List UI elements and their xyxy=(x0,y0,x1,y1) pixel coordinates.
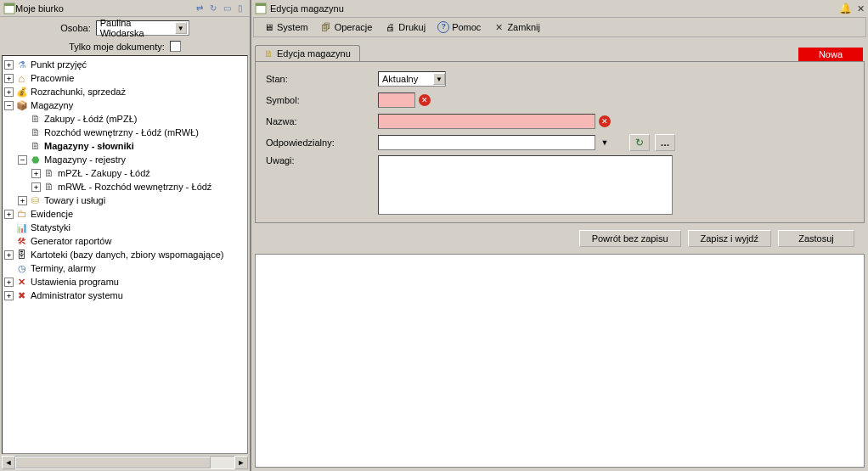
window-icon xyxy=(3,3,15,14)
tree-item[interactable]: Statystyki xyxy=(31,222,70,233)
menu-drukuj[interactable]: Drukuj xyxy=(379,20,431,35)
odpowiedzialny-input[interactable] xyxy=(378,135,595,150)
tree[interactable]: +Punkt przyjęć +Pracownie +Rozrachunki, … xyxy=(2,55,248,454)
scroll-left-icon[interactable]: ◄ xyxy=(2,456,15,469)
error-icon xyxy=(419,94,431,106)
tree-item[interactable]: Rozrachunki, sprzedaż xyxy=(31,87,126,97)
svg-rect-1 xyxy=(4,3,14,6)
tree-item[interactable]: Magazyny - rejestry xyxy=(44,154,126,165)
expander[interactable]: + xyxy=(4,60,14,70)
expander-empty xyxy=(4,237,14,246)
symbol-input[interactable] xyxy=(378,93,415,108)
h-scrollbar[interactable]: ◄ ► xyxy=(2,456,248,469)
menu-label: Zamknij xyxy=(507,22,540,32)
menu-pomoc[interactable]: Pomoc xyxy=(432,20,486,35)
tree-item[interactable]: Rozchód wewnętrzny - Łódź (mRWŁ) xyxy=(44,127,199,137)
tree-item[interactable]: Generator raportów xyxy=(31,236,111,246)
expander[interactable]: + xyxy=(4,291,14,300)
expander[interactable]: + xyxy=(4,210,14,219)
tree-item[interactable]: Magazyny xyxy=(31,100,73,110)
tree-item[interactable]: Ustawienia programu xyxy=(31,277,119,287)
tree-item[interactable]: Kartoteki (bazy danych, zbiory wspomagaj… xyxy=(31,250,223,260)
expander[interactable]: + xyxy=(18,196,27,205)
close-menu-icon xyxy=(493,21,504,33)
tree-item-selected[interactable]: Magazyny - słowniki xyxy=(44,141,134,151)
menu-label: System xyxy=(277,22,308,32)
admin-icon xyxy=(15,289,28,301)
tab-edycja-magazynu[interactable]: Edycja magazynu xyxy=(255,45,360,61)
right-pane: Edycja magazynu System Operacje Drukuj P… xyxy=(251,0,868,471)
osoba-combo[interactable]: Paulina Włodarska ▼ xyxy=(96,20,189,36)
browse-button[interactable] xyxy=(655,134,675,151)
tab-row: Edycja magazynu Nowa xyxy=(251,41,868,61)
tree-item[interactable]: Pracownie xyxy=(31,73,74,83)
gear-icon xyxy=(15,235,28,247)
help-icon xyxy=(437,21,449,33)
menu-label: Operacje xyxy=(335,22,373,32)
expander[interactable]: + xyxy=(31,182,41,192)
nazwa-input[interactable] xyxy=(378,114,595,129)
expander[interactable]: + xyxy=(4,87,14,97)
tree-item[interactable]: mPZŁ - Zakupy - Łódź xyxy=(58,168,150,178)
refresh-icon[interactable]: ↻ xyxy=(207,3,219,14)
status-badge: Nowa xyxy=(798,48,863,61)
flask-icon xyxy=(15,59,28,70)
menu-system[interactable]: System xyxy=(257,20,313,35)
operations-icon xyxy=(320,21,332,33)
content-area xyxy=(255,254,865,468)
tree-item[interactable]: Administrator systemu xyxy=(31,290,123,300)
expander[interactable]: + xyxy=(4,74,14,83)
folder-icon xyxy=(15,208,28,220)
chevron-down-icon[interactable]: ▼ xyxy=(433,73,445,85)
expander[interactable]: − xyxy=(4,101,14,110)
tree-item[interactable]: Punkt przyjęć xyxy=(31,59,87,70)
doc-icon xyxy=(42,167,55,179)
menu-label: Drukuj xyxy=(398,22,426,32)
tree-item[interactable]: mRWŁ - Rozchód wewnętrzny - Łódź xyxy=(58,182,211,192)
house-icon xyxy=(15,72,28,84)
expander[interactable]: − xyxy=(18,155,27,165)
bell-icon[interactable] xyxy=(839,3,852,14)
scroll-right-icon[interactable]: ► xyxy=(234,456,248,469)
refresh-icon xyxy=(635,137,644,149)
mydocs-checkbox[interactable] xyxy=(170,41,181,52)
tab-doc-icon xyxy=(264,48,273,59)
symbol-label: Symbol: xyxy=(266,95,378,105)
menu-operacje[interactable]: Operacje xyxy=(315,20,378,35)
nazwa-label: Nazwa: xyxy=(266,116,378,126)
expander[interactable]: + xyxy=(31,169,41,178)
db-icon xyxy=(15,249,28,261)
expander[interactable]: + xyxy=(4,278,14,287)
chevron-down-icon[interactable]: ▼ xyxy=(175,22,187,34)
stan-select[interactable]: Aktualny ▼ xyxy=(378,71,446,87)
more-icon[interactable]: ▯ xyxy=(234,3,246,14)
close-icon[interactable] xyxy=(857,3,865,14)
scroll-thumb[interactable] xyxy=(15,457,211,468)
tree-item[interactable]: Ewidencje xyxy=(31,209,73,219)
dropdown-icon[interactable] xyxy=(599,137,611,149)
svg-rect-3 xyxy=(256,3,266,6)
menu-zamknij[interactable]: Zamknij xyxy=(488,20,545,35)
apply-button[interactable]: Zastosuj xyxy=(778,230,854,247)
tree-item[interactable]: Zakupy - Łódź (mPZŁ) xyxy=(44,114,137,124)
expander[interactable]: + xyxy=(4,250,14,260)
left-title-icons: ⇄ ↻ ▭ ▯ xyxy=(194,3,246,14)
refresh-button[interactable] xyxy=(629,134,650,151)
chart-icon xyxy=(15,221,28,233)
menu-label: Pomoc xyxy=(452,22,481,32)
uwagi-textarea[interactable] xyxy=(378,155,673,215)
mydocs-row: Tylko moje dokumenty: xyxy=(0,37,250,53)
doc-icon xyxy=(29,113,42,125)
sync-icon[interactable]: ⇄ xyxy=(194,3,206,14)
stan-label: Stan: xyxy=(266,74,378,84)
doc-icon xyxy=(29,140,42,152)
tree-item[interactable]: Towary i usługi xyxy=(44,195,105,205)
tree-item[interactable]: Terminy, alarmy xyxy=(31,263,96,273)
collapse-icon[interactable]: ▭ xyxy=(221,3,233,14)
save-exit-button[interactable]: Zapisz i wyjdź xyxy=(688,230,771,247)
back-button[interactable]: Powrót bez zapisu xyxy=(579,230,681,247)
registry-icon xyxy=(29,154,42,165)
scroll-track[interactable] xyxy=(15,456,234,469)
right-title-bar: Edycja magazynu xyxy=(251,0,868,17)
system-icon xyxy=(262,21,274,33)
